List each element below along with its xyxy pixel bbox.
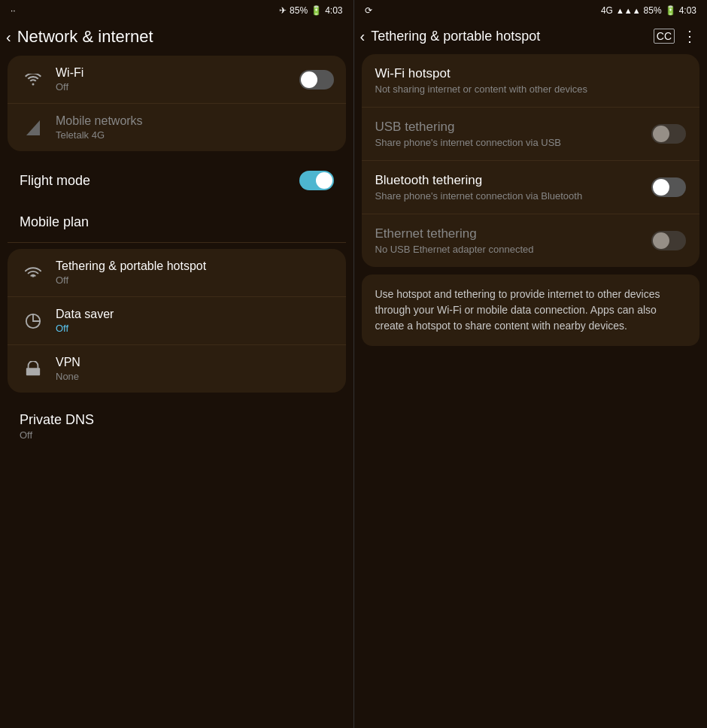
- left-battery-icon: 🔋: [311, 5, 322, 16]
- bluetooth-tethering-label: Bluetooth tethering: [375, 173, 652, 188]
- flight-mode-text: Flight mode: [20, 173, 299, 189]
- tethering-label: Tethering & portable hotspot: [56, 259, 334, 273]
- right-battery-icon: 🔋: [665, 5, 676, 16]
- usb-tethering-text: USB tethering Share phone's internet con…: [375, 120, 652, 148]
- right-top-icons: CC ⋮: [654, 27, 698, 45]
- right-status-right: 4G ▲▲▲ 85% 🔋 4:03: [601, 5, 696, 16]
- wifi-hotspot-text: Wi-Fi hotspot Not sharing internet or co…: [375, 66, 687, 95]
- vpn-row[interactable]: VPN None: [8, 345, 346, 393]
- right-card: Wi-Fi hotspot Not sharing internet or co…: [362, 54, 700, 267]
- left-status-bar: ·· ✈ 85% 🔋 4:03: [0, 0, 354, 21]
- right-status-left: ⟳: [365, 5, 372, 16]
- vpn-sublabel: None: [56, 371, 334, 382]
- ethernet-tethering-label: Ethernet tethering: [375, 226, 652, 241]
- right-4g-label: 4G: [601, 5, 613, 16]
- right-status-bar: ⟳ 4G ▲▲▲ 85% 🔋 4:03: [354, 0, 708, 21]
- vpn-label: VPN: [56, 356, 334, 369]
- private-dns-row[interactable]: Private DNS Off: [0, 400, 354, 453]
- left-card-1: Wi-Fi Off Mobile networks Teletalk 4G: [8, 56, 346, 151]
- ethernet-tethering-sublabel: No USB Ethernet adapter connected: [375, 244, 652, 255]
- private-dns-text: Private DNS Off: [20, 412, 334, 441]
- bluetooth-tethering-row[interactable]: Bluetooth tethering Share phone's intern…: [362, 161, 700, 214]
- wifi-hotspot-row[interactable]: Wi-Fi hotspot Not sharing internet or co…: [362, 54, 700, 108]
- wifi-row[interactable]: Wi-Fi Off: [8, 56, 346, 104]
- data-saver-icon: [20, 313, 47, 329]
- right-status-refresh-icon: ⟳: [365, 5, 372, 16]
- wifi-hotspot-sublabel: Not sharing internet or content with oth…: [375, 83, 687, 95]
- mobile-networks-label: Mobile networks: [56, 114, 334, 128]
- info-box-text: Use hotspot and tethering to provide int…: [375, 287, 687, 334]
- left-card-2: Tethering & portable hotspot Off Data sa…: [8, 249, 346, 393]
- mobile-plan-label: Mobile plan: [20, 214, 334, 230]
- left-back-button[interactable]: ‹: [6, 29, 11, 46]
- wifi-hotspot-label: Wi-Fi hotspot: [375, 66, 687, 81]
- wifi-icon: [20, 74, 47, 86]
- right-top-bar: ‹ Tethering & portable hotspot CC ⋮: [354, 21, 708, 54]
- data-saver-sublabel: Off: [56, 323, 334, 334]
- wifi-text: Wi-Fi Off: [56, 66, 299, 93]
- left-phone-panel: ·· ✈ 85% 🔋 4:03 ‹ Network & internet Wi-…: [0, 0, 354, 728]
- data-saver-label: Data saver: [56, 308, 334, 321]
- bluetooth-tethering-sublabel: Share phone's internet connection via Bl…: [375, 190, 652, 202]
- mobile-signal-icon: [20, 120, 47, 135]
- mobile-networks-row[interactable]: Mobile networks Teletalk 4G: [8, 104, 346, 151]
- flight-mode-row[interactable]: Flight mode: [0, 159, 354, 202]
- vpn-icon: [20, 361, 47, 378]
- right-back-button[interactable]: ‹: [360, 28, 366, 45]
- left-top-bar: ‹ Network & internet: [0, 21, 354, 56]
- vpn-text: VPN None: [56, 356, 334, 382]
- tethering-text: Tethering & portable hotspot Off: [56, 259, 334, 286]
- mobile-networks-sublabel: Teletalk 4G: [56, 129, 334, 141]
- left-page-title: Network & internet: [17, 27, 153, 47]
- wifi-sublabel: Off: [56, 81, 299, 93]
- usb-tethering-label: USB tethering: [375, 120, 652, 135]
- left-status-left: ··: [11, 5, 16, 16]
- usb-tethering-row[interactable]: USB tethering Share phone's internet con…: [362, 108, 700, 161]
- usb-tethering-sublabel: Share phone's internet connection via US…: [375, 137, 652, 148]
- right-time: 4:03: [679, 5, 696, 16]
- wifi-toggle[interactable]: [299, 70, 334, 89]
- info-box: Use hotspot and tethering to provide int…: [362, 275, 700, 346]
- wifi-label: Wi-Fi: [56, 66, 299, 80]
- data-saver-row[interactable]: Data saver Off: [8, 297, 346, 345]
- usb-tethering-toggle[interactable]: [651, 124, 686, 144]
- right-signal-bars: ▲▲▲: [616, 6, 641, 15]
- left-status-right: ✈ 85% 🔋 4:03: [279, 5, 342, 16]
- mobile-plan-text: Mobile plan: [20, 214, 334, 230]
- more-options-icon[interactable]: ⋮: [682, 27, 698, 45]
- plane-icon: ✈: [279, 5, 287, 16]
- ethernet-tethering-text: Ethernet tethering No USB Ethernet adapt…: [375, 226, 652, 255]
- right-page-title: Tethering & portable hotspot: [371, 29, 540, 44]
- right-phone-panel: ⟳ 4G ▲▲▲ 85% 🔋 4:03 ‹ Tethering & portab…: [354, 0, 708, 728]
- tethering-sublabel: Off: [56, 275, 334, 286]
- ethernet-tethering-row[interactable]: Ethernet tethering No USB Ethernet adapt…: [362, 214, 700, 267]
- right-title-area: ‹ Tethering & portable hotspot: [360, 28, 654, 45]
- left-battery-pct: 85%: [290, 5, 308, 16]
- mobile-plan-row[interactable]: Mobile plan: [0, 202, 354, 242]
- svg-marker-0: [26, 120, 40, 135]
- left-status-dots: ··: [11, 5, 16, 16]
- caption-icon[interactable]: CC: [654, 29, 675, 44]
- bluetooth-tethering-text: Bluetooth tethering Share phone's intern…: [375, 173, 652, 202]
- bluetooth-tethering-toggle[interactable]: [651, 177, 686, 197]
- right-battery-pct: 85%: [644, 5, 662, 16]
- private-dns-sublabel: Off: [20, 429, 334, 441]
- mobile-networks-text: Mobile networks Teletalk 4G: [56, 114, 334, 141]
- ethernet-tethering-toggle[interactable]: [651, 231, 686, 250]
- flight-mode-label: Flight mode: [20, 173, 299, 189]
- flight-mode-toggle[interactable]: [299, 171, 334, 190]
- tethering-row[interactable]: Tethering & portable hotspot Off: [8, 249, 346, 297]
- left-time: 4:03: [325, 5, 342, 16]
- private-dns-label: Private DNS: [20, 412, 334, 428]
- data-saver-text: Data saver Off: [56, 308, 334, 334]
- hotspot-icon: [20, 265, 47, 281]
